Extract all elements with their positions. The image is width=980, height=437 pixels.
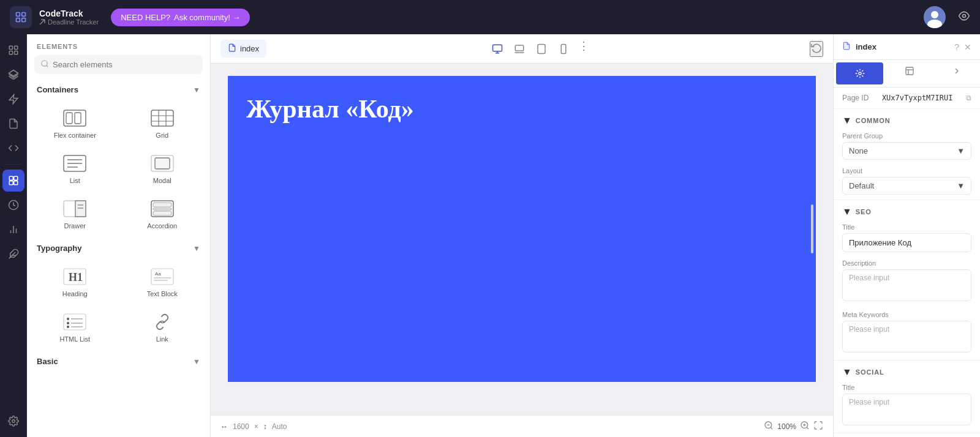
main-area: ELEMENTS Containers ▼ — [0, 34, 980, 437]
svg-rect-11 — [14, 51, 17, 54]
props-tab-settings[interactable] — [933, 60, 980, 82]
height-value: Auto — [272, 422, 287, 431]
parent-group-select[interactable]: None ▼ — [842, 142, 971, 160]
tablet-viewport[interactable] — [532, 39, 551, 59]
page-id-label: Page ID — [842, 94, 869, 102]
sidebar-code-icon[interactable] — [2, 137, 24, 159]
basic-section-header[interactable]: Basic ▼ — [27, 351, 210, 370]
heading-element-icon: H1 — [62, 267, 87, 286]
flex-container-label: Flex container — [54, 132, 96, 139]
props-help-button[interactable]: ? — [954, 42, 959, 52]
svg-point-60 — [67, 326, 69, 328]
element-accordion[interactable]: Accordion — [119, 191, 206, 235]
dim-separator: × — [254, 422, 258, 431]
seo-description-input[interactable] — [842, 269, 971, 301]
social-title-input[interactable] — [842, 394, 971, 425]
copy-page-id-button[interactable]: ⧉ — [966, 94, 971, 102]
undo-button[interactable] — [810, 41, 823, 57]
svg-rect-17 — [13, 181, 17, 185]
link-label: Link — [156, 335, 168, 343]
sidebar-lightning-icon[interactable] — [2, 88, 24, 110]
more-options-icon[interactable]: ⋮ — [578, 39, 589, 59]
element-modal[interactable]: Modal — [119, 146, 206, 190]
accordion-label: Accordion — [147, 222, 177, 230]
sidebar-page-icon[interactable] — [2, 113, 24, 135]
sidebar-layers-icon[interactable] — [2, 64, 24, 86]
search-input[interactable] — [53, 60, 197, 69]
zoom-controls: 100% — [764, 420, 823, 432]
seo-section: ▼ SEO Title Description Meta Keywords — [834, 200, 980, 360]
avatar[interactable] — [924, 6, 946, 28]
help-button[interactable]: NEED HELP? Ask community! → — [111, 9, 250, 26]
svg-rect-28 — [66, 113, 72, 124]
seo-title-input[interactable] — [842, 233, 971, 252]
sidebar-plugin-icon[interactable] — [2, 243, 24, 265]
laptop-viewport[interactable] — [510, 39, 529, 59]
zoom-out-button[interactable] — [764, 420, 774, 432]
sidebar-elements-icon[interactable] — [2, 170, 24, 192]
element-list[interactable]: List — [32, 146, 118, 190]
fit-screen-button[interactable] — [813, 420, 823, 432]
svg-rect-15 — [13, 176, 17, 180]
list-label: List — [70, 177, 80, 184]
seo-meta-input[interactable] — [842, 321, 971, 353]
width-arrow-icon: ↔ — [221, 422, 228, 431]
element-drawer[interactable]: Drawer — [32, 191, 118, 235]
canvas-area: index ⋮ — [211, 34, 833, 437]
common-section-title: COMMON — [856, 117, 971, 124]
svg-rect-68 — [561, 44, 566, 53]
desktop-viewport[interactable] — [488, 39, 507, 59]
props-tab-style[interactable] — [836, 62, 883, 84]
svg-rect-16 — [9, 181, 13, 185]
heading-label: Heading — [62, 290, 88, 297]
sidebar-grid-icon[interactable] — [2, 39, 24, 61]
svg-rect-42 — [75, 201, 86, 217]
preview-icon[interactable] — [958, 10, 970, 25]
canvas-frame: Журнал «Код» — [228, 76, 816, 382]
props-actions: ? ✕ — [954, 42, 971, 52]
sidebar-chart-icon[interactable] — [2, 219, 24, 241]
typography-chevron: ▼ — [193, 244, 200, 253]
element-grid[interactable]: Grid — [119, 100, 206, 144]
page-id-row: Page ID XUx7vTyxptM7IRUI ⧉ — [834, 88, 980, 109]
element-flex-container[interactable]: Flex container — [32, 100, 118, 144]
modal-label: Modal — [153, 177, 172, 184]
svg-text:Aa: Aa — [155, 271, 161, 277]
svg-line-74 — [807, 427, 809, 429]
social-section-title: SOCIAL — [856, 368, 971, 376]
htmllist-element-icon — [62, 312, 87, 332]
html-list-label: HTML List — [59, 335, 90, 343]
zoom-in-button[interactable] — [800, 420, 810, 432]
separator — [5, 164, 22, 165]
width-value: 1600 — [233, 422, 249, 431]
social-collapse-icon: ▼ — [842, 367, 852, 378]
svg-rect-0 — [17, 13, 20, 17]
seo-collapse-icon: ▼ — [842, 206, 852, 217]
typography-section-header[interactable]: Typography ▼ — [27, 237, 210, 256]
svg-rect-8 — [9, 46, 12, 49]
mobile-viewport[interactable] — [554, 39, 573, 59]
element-link[interactable]: Link — [119, 304, 206, 348]
props-tab-layout[interactable] — [886, 60, 933, 82]
layout-chevron: ▼ — [957, 181, 965, 190]
svg-marker-13 — [9, 95, 18, 104]
seo-section-title: SEO — [856, 208, 971, 215]
canvas-tab[interactable]: index — [221, 40, 266, 58]
social-title-label: Title — [842, 384, 971, 391]
parent-group-label: Parent Group — [842, 132, 971, 140]
props-close-button[interactable]: ✕ — [964, 42, 971, 52]
canvas-scroll-area[interactable]: Журнал «Код» — [211, 64, 833, 415]
element-html-list[interactable]: HTML List — [32, 304, 118, 348]
seo-meta-label: Meta Keywords — [842, 311, 971, 318]
layout-select[interactable]: Default ▼ — [842, 177, 971, 195]
svg-rect-48 — [153, 211, 172, 215]
sidebar-clock-icon[interactable] — [2, 194, 24, 216]
element-heading[interactable]: H1 Heading — [32, 259, 118, 303]
sidebar-settings-icon[interactable] — [2, 410, 24, 432]
element-text-block[interactable]: Aa Text Block — [119, 259, 206, 303]
svg-rect-46 — [153, 203, 172, 207]
app-name: CodeTrack — [39, 9, 99, 18]
svg-point-77 — [859, 72, 861, 75]
canvas-scrollbar[interactable] — [811, 204, 813, 253]
containers-section-header[interactable]: Containers ▼ — [27, 79, 210, 98]
